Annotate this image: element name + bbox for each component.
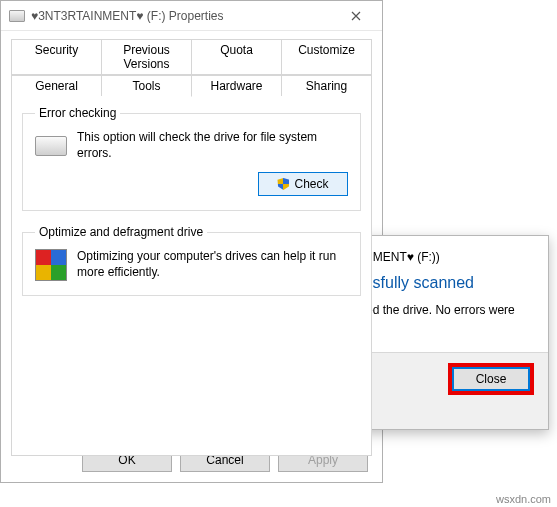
error-checking-legend: Error checking xyxy=(35,106,120,120)
tab-general[interactable]: General xyxy=(11,75,102,97)
close-icon xyxy=(351,11,361,21)
check-button-label: Check xyxy=(294,177,328,191)
hdd-icon xyxy=(35,130,67,162)
titlebar: ♥3NT3RTAINMENT♥ (F:) Properties xyxy=(1,1,382,31)
dialog-close-button[interactable]: Close xyxy=(452,367,530,391)
tab-strip: Security Previous Versions Quota Customi… xyxy=(11,39,372,97)
properties-window: ♥3NT3RTAINMENT♥ (F:) Properties Security… xyxy=(0,0,383,483)
tab-tools[interactable]: Tools xyxy=(102,75,192,97)
error-checking-desc: This option will check the drive for fil… xyxy=(77,130,348,162)
check-button[interactable]: Check xyxy=(258,172,348,196)
tab-sharing[interactable]: Sharing xyxy=(282,75,372,97)
drive-icon xyxy=(9,10,25,22)
defragment-legend: Optimize and defragment drive xyxy=(35,225,207,239)
tab-security[interactable]: Security xyxy=(11,39,102,75)
window-title: ♥3NT3RTAINMENT♥ (F:) Properties xyxy=(31,9,334,23)
defragment-desc: Optimizing your computer's drives can he… xyxy=(77,249,348,281)
tab-hardware[interactable]: Hardware xyxy=(192,75,282,97)
client-area: Security Previous Versions Quota Customi… xyxy=(1,31,382,464)
close-button-highlight: Close xyxy=(448,363,534,395)
watermark: wsxdn.com xyxy=(496,493,551,505)
defragment-group: Optimize and defragment drive Optimizing… xyxy=(22,225,361,296)
tab-previous-versions[interactable]: Previous Versions xyxy=(102,39,192,75)
tools-panel: Error checking This option will check th… xyxy=(11,96,372,456)
defrag-icon xyxy=(35,249,67,281)
error-checking-group: Error checking This option will check th… xyxy=(22,106,361,211)
tab-quota[interactable]: Quota xyxy=(192,39,282,75)
window-close-button[interactable] xyxy=(334,2,378,30)
shield-icon xyxy=(277,178,289,190)
tab-customize[interactable]: Customize xyxy=(282,39,372,75)
